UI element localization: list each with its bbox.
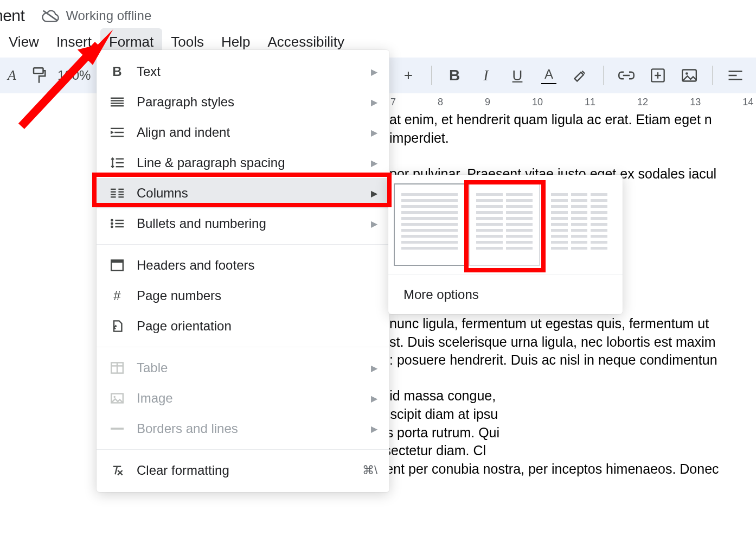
- format-menu-dropdown: B Text ▶ Paragraph styles ▶ Align and in…: [97, 50, 389, 492]
- menu-label: Headers and footers: [137, 258, 254, 273]
- chevron-right-icon: ▶: [371, 97, 377, 107]
- ruler-tick: 11: [585, 97, 595, 112]
- headers-footers-icon: [110, 258, 125, 273]
- toolbar-left: A 100%: [0, 58, 91, 93]
- menu-label: Align and indent: [137, 125, 230, 140]
- offline-indicator: Working offline: [42, 8, 151, 23]
- menu-columns[interactable]: Columns ▶: [97, 178, 389, 208]
- table-icon: [110, 360, 125, 375]
- ruler-tick: 9: [485, 97, 490, 112]
- svg-point-31: [111, 226, 113, 228]
- menu-line-spacing[interactable]: Line & paragraph spacing ▶: [97, 148, 389, 178]
- line-spacing-icon: [110, 155, 125, 170]
- chevron-right-icon: ▶: [371, 424, 377, 434]
- menu-image: Image ▶: [97, 383, 389, 413]
- chevron-right-icon: ▶: [371, 393, 377, 404]
- menu-label: Table: [137, 360, 168, 375]
- svg-rect-36: [111, 260, 123, 263]
- menu-headers-footers[interactable]: Headers and footers: [97, 250, 389, 281]
- image-icon: [110, 391, 125, 406]
- italic-icon[interactable]: I: [477, 67, 495, 84]
- menu-clear-formatting[interactable]: Clear formatting ⌘\: [97, 455, 389, 486]
- svg-rect-1: [34, 68, 43, 73]
- borders-icon: [110, 421, 125, 436]
- svg-point-6: [685, 72, 688, 75]
- menu-label: Text: [137, 64, 161, 79]
- svg-marker-16: [111, 130, 114, 134]
- page-numbers-icon: #: [110, 288, 125, 303]
- insert-link-icon[interactable]: [618, 67, 635, 84]
- menu-separator: [97, 449, 389, 450]
- columns-option-one[interactable]: [394, 183, 465, 266]
- toolbar-divider: [431, 66, 432, 85]
- columns-more-options[interactable]: More options: [388, 275, 623, 314]
- menu-label: Columns: [137, 186, 188, 201]
- chevron-right-icon: ▶: [371, 363, 377, 373]
- svg-line-0: [43, 11, 58, 21]
- chevron-right-icon: ▶: [371, 158, 377, 168]
- menu-label: Image: [137, 391, 173, 406]
- svg-point-29: [111, 219, 113, 222]
- add-comment-icon[interactable]: [649, 67, 667, 84]
- menu-text[interactable]: B Text ▶: [97, 56, 389, 87]
- paragraph-styles-icon: [110, 94, 125, 110]
- menu-label: Page numbers: [137, 288, 221, 303]
- ruler-tick: 14: [742, 97, 753, 112]
- columns-option-three[interactable]: [543, 183, 615, 266]
- bold-icon: B: [110, 64, 125, 79]
- menu-page-orientation[interactable]: Page orientation: [97, 311, 389, 341]
- menu-paragraph-styles[interactable]: Paragraph styles ▶: [97, 87, 389, 117]
- menu-insert[interactable]: Insert: [48, 28, 100, 56]
- ruler-tick: 8: [438, 97, 443, 112]
- chevron-right-icon: ▶: [371, 188, 377, 199]
- svg-marker-37: [115, 325, 117, 328]
- doc-paragraph: at enim, et hendrerit quam ligula ac era…: [389, 111, 756, 148]
- page-orientation-icon: [110, 319, 125, 334]
- bullets-icon: [110, 216, 125, 231]
- align-indent-icon: [110, 125, 125, 140]
- insert-image-icon[interactable]: [681, 67, 698, 84]
- columns-submenu: More options: [388, 175, 623, 314]
- toolbar-divider: [603, 66, 604, 85]
- spellcheck-icon[interactable]: A: [3, 67, 21, 84]
- menu-label: Borders and lines: [137, 421, 238, 436]
- columns-option-two[interactable]: [469, 183, 540, 266]
- columns-icon: [110, 186, 125, 201]
- menu-label: Line & paragraph spacing: [137, 155, 285, 170]
- align-icon[interactable]: [727, 67, 744, 84]
- zoom-level[interactable]: 100%: [57, 68, 91, 83]
- menu-label: Paragraph styles: [137, 94, 234, 110]
- ruler-tick: 7: [390, 97, 396, 112]
- doc-title-fragment: cument: [0, 7, 24, 25]
- ruler-tick: 13: [690, 97, 701, 112]
- highlight-icon[interactable]: [572, 67, 589, 84]
- underline-icon[interactable]: U: [509, 67, 526, 84]
- ruler-tick: 12: [637, 97, 648, 112]
- text-color-icon[interactable]: A: [540, 67, 558, 84]
- chevron-right-icon: ▶: [371, 128, 377, 138]
- offline-label: Working offline: [66, 8, 151, 23]
- bold-icon[interactable]: B: [446, 67, 463, 84]
- menu-view[interactable]: View: [0, 28, 48, 56]
- menu-page-numbers[interactable]: # Page numbers: [97, 281, 389, 311]
- cloud-off-icon: [42, 9, 59, 22]
- keyboard-shortcut: ⌘\: [362, 463, 377, 477]
- menu-table: Table ▶: [97, 353, 389, 383]
- menu-bullets-numbering[interactable]: Bullets and numbering ▶: [97, 208, 389, 239]
- plus-icon[interactable]: +: [400, 67, 417, 84]
- menu-separator: [97, 347, 389, 347]
- menu-label: Clear formatting: [137, 463, 229, 478]
- ruler: 7 8 9 10 11 12 13 14 15: [390, 97, 756, 112]
- columns-options-row: [388, 175, 623, 275]
- clear-formatting-icon: [110, 463, 125, 478]
- svg-point-42: [113, 396, 116, 398]
- svg-point-30: [111, 222, 113, 225]
- toolbar-divider: [712, 66, 713, 85]
- chevron-right-icon: ▶: [371, 219, 377, 229]
- menu-borders-lines: Borders and lines ▶: [97, 413, 389, 444]
- menu-label: Page orientation: [137, 319, 232, 334]
- paint-format-icon[interactable]: [30, 67, 48, 84]
- menu-align-indent[interactable]: Align and indent ▶: [97, 117, 389, 148]
- chevron-right-icon: ▶: [371, 67, 377, 77]
- ruler-tick: 10: [532, 97, 543, 112]
